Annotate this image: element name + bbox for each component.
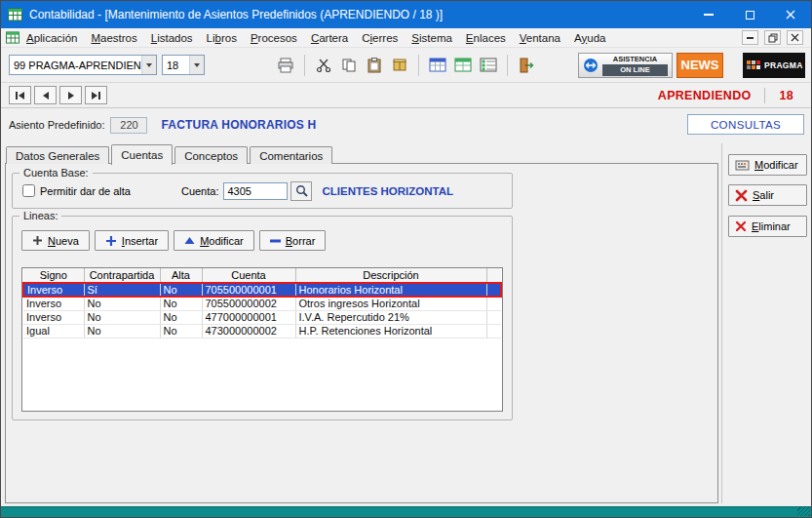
table-green-icon — [454, 58, 472, 72]
cuenta-label: Cuenta: — [181, 185, 219, 197]
lineas-groupbox: Lineas: Nueva Insertar Modificar Borrar — [12, 216, 513, 420]
insert-cross-icon — [105, 235, 117, 247]
consultas-button[interactable]: CONSULTAS — [687, 114, 804, 135]
menu-item-cierres[interactable]: Cierres — [355, 30, 405, 46]
menu-item-cartera[interactable]: Cartera — [304, 30, 355, 46]
toolbar-separator — [507, 55, 508, 76]
close-icon — [786, 10, 795, 20]
table-header-row: Signo Contrapartida Alta Cuenta Descripc… — [23, 268, 501, 283]
tab-comentarios[interactable]: Comentarios — [250, 146, 332, 164]
company-name: APRENDIENDO — [658, 89, 752, 102]
next-record-button[interactable] — [59, 86, 82, 104]
col-header-cuenta[interactable]: Cuenta — [202, 268, 295, 283]
minimize-icon — [704, 14, 714, 16]
eliminar-button[interactable]: Eliminar — [728, 216, 807, 237]
first-record-button[interactable] — [9, 86, 31, 104]
menu-item-sistema[interactable]: Sistema — [405, 30, 459, 46]
cuentas-tab-panel: Cuenta Base: Permitir dar de alta Cuenta… — [5, 163, 718, 503]
app-icon — [8, 8, 22, 21]
triangle-up-icon — [184, 236, 195, 245]
last-record-button[interactable] — [85, 86, 107, 104]
resize-grip-icon[interactable] — [797, 507, 810, 516]
search-account-button[interactable] — [290, 181, 312, 201]
exercise-number: 18 — [779, 89, 793, 102]
news-button[interactable]: NEWS — [677, 53, 723, 78]
col-header-descripcion[interactable]: Descripción — [295, 268, 486, 283]
mdi-minimize-button[interactable] — [742, 30, 758, 45]
menu-item-aplicacion[interactable]: Aplicación — [19, 30, 84, 46]
table-list-icon — [480, 58, 497, 72]
company-select[interactable]: 99 PRAGMA-APRENDIENDO — [9, 55, 157, 75]
col-header-contrapartida[interactable]: Contrapartida — [84, 268, 160, 283]
menu-item-ventana[interactable]: Ventana — [513, 30, 567, 46]
copy-icon — [341, 58, 357, 73]
tabstrip: Datos Generales Cuentas Conceptos Coment… — [6, 142, 334, 164]
menu-item-enlaces[interactable]: Enlaces — [459, 30, 513, 46]
insertar-label: Insertar — [122, 235, 158, 247]
modificar-button[interactable]: Modificar — [728, 154, 807, 176]
tab-datos-generales[interactable]: Datos Generales — [6, 146, 109, 164]
nueva-button[interactable]: Nueva — [21, 230, 90, 251]
minimize-icon — [747, 37, 754, 39]
panel-divider — [721, 143, 722, 503]
table-row[interactable]: Igual No No 473000000002 H.P. Retencione… — [23, 324, 501, 338]
consultas-label: CONSULTAS — [711, 119, 781, 131]
exercise-select[interactable]: 18 — [162, 55, 205, 75]
table-row[interactable]: Inverso No No 477000000001 I.V.A. Reperc… — [23, 310, 501, 324]
app-window: Contabilidad - [Mantenimiento de Asiento… — [0, 0, 812, 518]
modificar-linea-button[interactable]: Modificar — [174, 230, 254, 251]
copy-button[interactable] — [336, 53, 362, 78]
exercise-select-value: 18 — [163, 60, 189, 71]
asiento-label: Asiento Predefinido: — [9, 119, 104, 131]
exit-button[interactable] — [514, 53, 539, 78]
menu-item-libros[interactable]: Libros — [200, 30, 244, 46]
pragma-pixels-icon — [747, 60, 760, 69]
permitir-alta-checkbox[interactable] — [22, 184, 35, 197]
asiento-code-input[interactable] — [110, 117, 147, 134]
printer-icon — [277, 58, 294, 73]
borrar-button[interactable]: Borrar — [259, 230, 327, 251]
exit-door-icon — [519, 58, 534, 73]
mdi-document-icon[interactable] — [6, 31, 19, 44]
mdi-window-controls — [742, 30, 803, 45]
previous-record-button[interactable] — [34, 86, 57, 104]
insertar-button[interactable]: Insertar — [95, 230, 169, 251]
window-title: Contabilidad - [Mantenimiento de Asiento… — [29, 8, 443, 21]
salir-button[interactable]: Salir — [728, 184, 807, 206]
grid-view-button[interactable] — [450, 53, 476, 78]
table-row-selected[interactable]: Inverso Sí No 705500000001 Honorarios Ho… — [23, 283, 501, 297]
modificar-label: Modificar — [754, 159, 798, 171]
cut-button[interactable] — [311, 53, 336, 78]
mdi-close-button[interactable] — [787, 30, 803, 45]
company-indicator: APRENDIENDO 18 — [658, 88, 793, 103]
window-controls — [688, 1, 811, 28]
menu-item-maestros[interactable]: Maestros — [84, 30, 143, 46]
minimize-button[interactable] — [688, 1, 729, 28]
print-button[interactable] — [273, 53, 298, 78]
package-button[interactable] — [387, 53, 412, 78]
maximize-button[interactable] — [729, 1, 770, 28]
close-button[interactable] — [770, 1, 811, 28]
toolbar-separator — [304, 55, 305, 76]
salir-label: Salir — [753, 189, 774, 201]
paste-button[interactable] — [362, 53, 387, 78]
menu-item-ayuda[interactable]: Ayuda — [567, 30, 612, 46]
lineas-title: Lineas: — [19, 210, 61, 221]
col-header-alta[interactable]: Alta — [160, 268, 202, 283]
col-header-signo[interactable]: Signo — [23, 268, 84, 283]
table-view-button[interactable] — [425, 53, 450, 78]
pragma-logo-button[interactable]: PRAGMA — [743, 53, 805, 78]
menu-item-listados[interactable]: Listados — [144, 30, 200, 46]
mdi-restore-button[interactable] — [764, 30, 781, 45]
arrow-left-icon — [43, 92, 49, 100]
search-icon — [295, 184, 308, 197]
tab-conceptos[interactable]: Conceptos — [174, 146, 248, 164]
menu-item-procesos[interactable]: Procesos — [244, 30, 304, 46]
asistencia-online-button[interactable]: ASISTENCIA ON LINE — [578, 53, 673, 78]
plus-icon — [32, 235, 43, 246]
cuenta-input[interactable] — [223, 182, 288, 200]
table-row[interactable]: Inverso No No 705500000002 Otros ingreso… — [23, 297, 501, 310]
list-view-button[interactable] — [476, 53, 501, 78]
cuenta-base-groupbox: Cuenta Base: Permitir dar de alta Cuenta… — [12, 173, 513, 209]
tab-cuentas[interactable]: Cuentas — [111, 144, 173, 165]
